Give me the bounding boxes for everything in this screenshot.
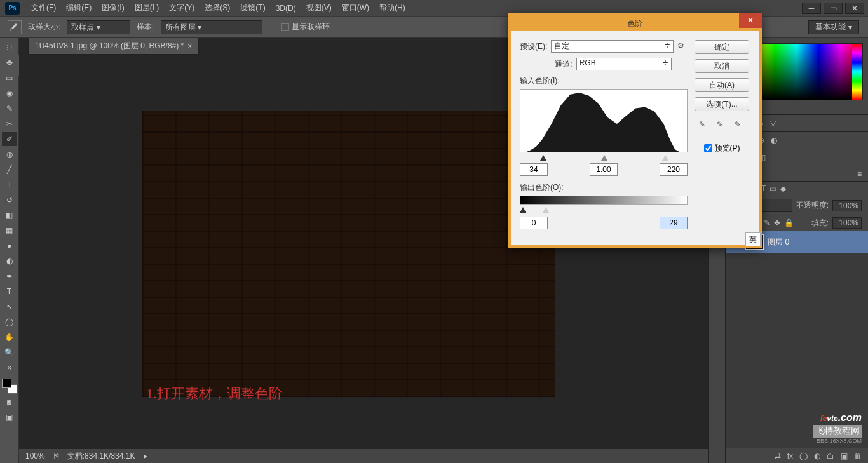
fill-input[interactable]: 100%: [832, 217, 862, 229]
exposure-icon[interactable]: ▽: [770, 119, 776, 128]
screen-mode[interactable]: ▣: [2, 410, 17, 424]
menu-type[interactable]: 文字(Y): [164, 3, 200, 13]
white-eyedropper-icon[interactable]: ✎: [735, 120, 745, 130]
lock-all-icon[interactable]: 🔒: [784, 218, 794, 227]
preset-select[interactable]: 自定≑: [551, 40, 674, 53]
ime-indicator[interactable]: 英: [745, 232, 761, 246]
input-black-field[interactable]: [520, 163, 548, 176]
shape-tool[interactable]: ◯: [2, 315, 17, 329]
brush-tool[interactable]: ╱: [2, 163, 17, 177]
white-point-slider[interactable]: [662, 155, 668, 161]
input-white-field[interactable]: [660, 163, 688, 176]
filter-smart-icon[interactable]: ◆: [780, 184, 786, 193]
export-icon[interactable]: ⎘: [54, 452, 58, 460]
preset-gear-icon[interactable]: ⚙: [677, 41, 688, 51]
zoom-level[interactable]: 100%: [25, 452, 45, 460]
menu-window[interactable]: 窗口(W): [337, 3, 374, 13]
dodge-tool[interactable]: ◐: [2, 254, 17, 268]
dialog-titlebar[interactable]: 色阶 ✕: [511, 16, 759, 31]
menu-3d[interactable]: 3D(D): [271, 4, 301, 13]
stamp-tool[interactable]: ⊥: [2, 178, 17, 192]
quick-select-tool[interactable]: ✎: [2, 102, 17, 116]
spot-heal-tool[interactable]: ◍: [2, 147, 17, 161]
panel-menu-icon[interactable]: ≡: [857, 170, 862, 178]
menu-layer[interactable]: 图层(L): [130, 3, 165, 13]
lasso-tool[interactable]: ◉: [2, 86, 17, 100]
gray-eyedropper-icon[interactable]: ✎: [717, 120, 727, 130]
lock-pixels-icon[interactable]: ✎: [764, 218, 770, 227]
output-sliders[interactable]: [520, 207, 688, 213]
output-black-field[interactable]: [520, 217, 548, 229]
input-gamma-field[interactable]: [590, 163, 618, 176]
bw-icon[interactable]: ◐: [771, 136, 777, 145]
menu-image[interactable]: 图像(I): [97, 3, 129, 13]
output-white-slider[interactable]: [543, 207, 549, 213]
quick-mask[interactable]: ◙: [2, 395, 17, 409]
link-icon[interactable]: ⇄: [775, 452, 781, 460]
dialog-close-button[interactable]: ✕: [739, 13, 762, 28]
move-tool[interactable]: ✥: [2, 56, 17, 70]
doc-size[interactable]: 文档:834.1K/834.1K: [67, 451, 135, 462]
menu-select[interactable]: 选择(S): [200, 3, 235, 13]
swap-colors[interactable]: ⤭: [2, 361, 17, 375]
mask-icon[interactable]: ◯: [799, 452, 808, 460]
trash-icon[interactable]: 🗑: [854, 452, 862, 460]
history-brush-tool[interactable]: ↺: [2, 193, 17, 207]
menu-filter[interactable]: 滤镜(T): [235, 3, 270, 13]
type-tool[interactable]: T: [2, 285, 17, 299]
cancel-button[interactable]: 取消: [695, 59, 749, 73]
menu-edit[interactable]: 编辑(E): [61, 3, 97, 13]
hand-tool[interactable]: ✋: [2, 330, 17, 344]
blur-tool[interactable]: ●: [2, 239, 17, 253]
options-button[interactable]: 选项(T)...: [695, 97, 749, 111]
status-arrow-icon[interactable]: ▸: [144, 452, 147, 460]
eraser-tool[interactable]: ◧: [2, 208, 17, 222]
opacity-input[interactable]: 100%: [832, 200, 862, 211]
auto-button[interactable]: 自动(A): [695, 78, 749, 92]
opacity-label: 不透明度:: [796, 200, 829, 211]
show-ring-checkbox[interactable]: [281, 23, 289, 31]
left-toolbar: ⫶⫶ ✥ ▭ ◉ ✎ ✂ ✐ ◍ ╱ ⊥ ↺ ◧ ▦ ● ◐ ✒ T ↖ ◯ ✋…: [0, 38, 19, 463]
input-sliders[interactable]: [520, 155, 688, 161]
filter-shape-icon[interactable]: ▭: [770, 184, 776, 193]
marquee-tool[interactable]: ▭: [2, 71, 17, 85]
eyedropper-icon[interactable]: [8, 20, 22, 34]
fill-adj-icon[interactable]: ◐: [814, 452, 820, 460]
color-swatch[interactable]: [2, 379, 17, 394]
gradient-tool[interactable]: ▦: [2, 224, 17, 238]
preview-checkbox[interactable]: 预览(P): [704, 143, 740, 154]
output-black-slider[interactable]: [520, 207, 526, 213]
workspace-switcher[interactable]: 基本功能 ▾: [808, 20, 859, 34]
channel-select[interactable]: RGB≑: [576, 58, 672, 70]
fx-icon[interactable]: fx: [787, 452, 793, 460]
pen-tool[interactable]: ✒: [2, 269, 17, 283]
filter-type-icon[interactable]: T: [761, 184, 766, 193]
black-point-slider[interactable]: [540, 155, 546, 161]
new-layer-icon[interactable]: ▣: [841, 452, 848, 460]
ok-button[interactable]: 确定: [695, 40, 749, 54]
path-select-tool[interactable]: ↖: [2, 300, 17, 314]
document-tab[interactable]: 1U45UV8-1.jpg @ 100% (图层 0, RGB/8#) * ×: [28, 38, 199, 55]
tool-handle[interactable]: ⫶⫶: [2, 41, 17, 55]
eyedropper-tool[interactable]: ✐: [2, 132, 17, 146]
group-icon[interactable]: 🗀: [827, 452, 834, 460]
midtone-slider[interactable]: [601, 155, 607, 161]
window-maximize[interactable]: ▭: [824, 3, 843, 14]
black-eyedropper-icon[interactable]: ✎: [699, 120, 709, 130]
zoom-tool[interactable]: 🔍: [2, 346, 17, 359]
output-gradient[interactable]: [520, 196, 688, 205]
menu-help[interactable]: 帮助(H): [374, 3, 410, 13]
layer-name[interactable]: 图层 0: [768, 237, 789, 248]
crop-tool[interactable]: ✂: [2, 117, 17, 131]
sample-size-select[interactable]: 取样点 ▾: [67, 20, 130, 34]
sample-layer-select[interactable]: 所有图层 ▾: [161, 20, 262, 34]
window-close[interactable]: ✕: [845, 3, 864, 14]
menu-file[interactable]: 文件(F): [26, 3, 61, 13]
menu-view[interactable]: 视图(V): [301, 3, 337, 13]
window-minimize[interactable]: ─: [802, 3, 821, 14]
output-white-field[interactable]: [660, 217, 688, 229]
tab-close-icon[interactable]: ×: [187, 42, 192, 51]
preset-label: 预设(E):: [520, 41, 547, 52]
lock-pos-icon[interactable]: ✥: [774, 218, 780, 227]
histogram[interactable]: [520, 89, 688, 152]
